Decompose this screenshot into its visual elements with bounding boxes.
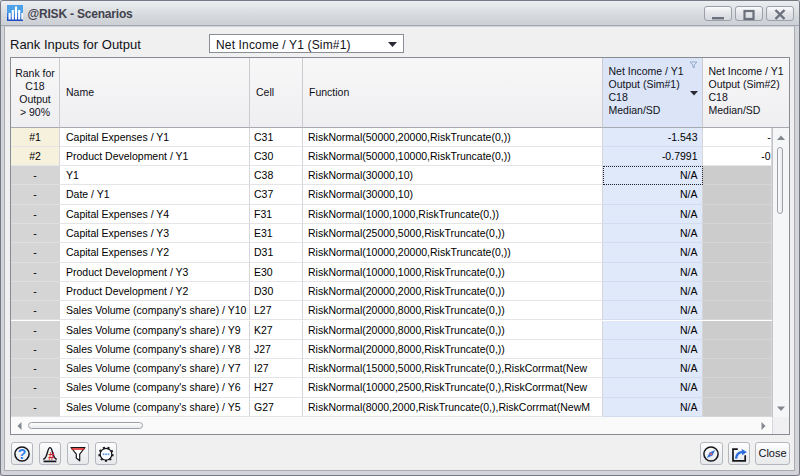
svg-text:#: #	[48, 450, 54, 462]
svg-text:?: ?	[17, 446, 26, 462]
